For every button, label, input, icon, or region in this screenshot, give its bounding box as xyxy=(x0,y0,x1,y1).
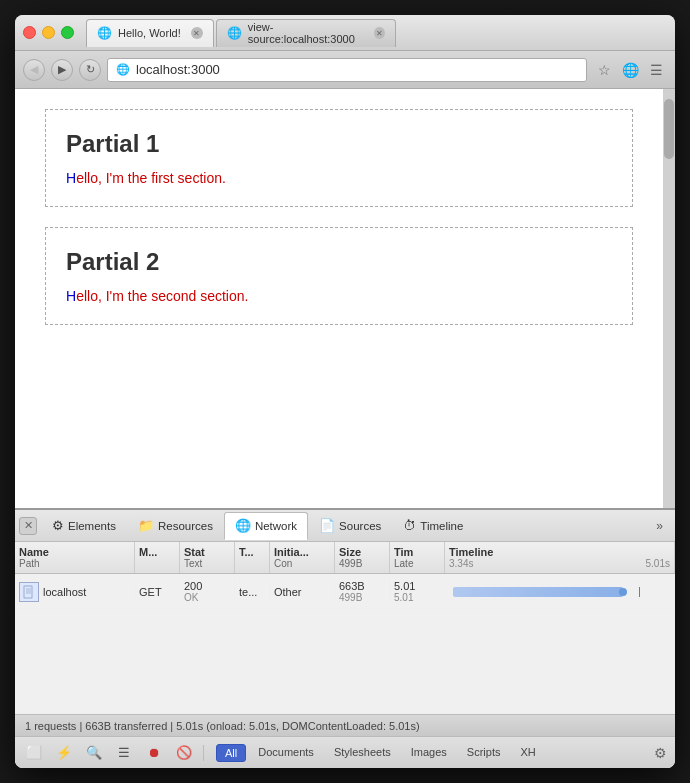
sources-icon: 📄 xyxy=(319,518,335,533)
network-icon: 🌐 xyxy=(235,518,251,533)
cell-initiator: Other xyxy=(270,584,335,600)
filter-stylesheets[interactable]: Stylesheets xyxy=(326,744,399,762)
partial-1-box: Partial 1 Hello, I'm the first section. xyxy=(45,109,633,207)
address-bar: ◀ ▶ ↻ 🌐 localhost:3000 ☆ 🌐 ☰ xyxy=(15,51,675,89)
toolbar-separator xyxy=(203,745,204,761)
partial-2-text: Hello, I'm the second section. xyxy=(66,288,612,304)
network-table: Name Path M... Stat Text T... Initia... … xyxy=(15,542,675,714)
devtools-close-button[interactable]: ✕ xyxy=(19,517,37,535)
devtools-tab-sources[interactable]: 📄 Sources xyxy=(308,512,392,540)
record-icon[interactable]: ⏺ xyxy=(143,742,165,764)
tab-icon-2: 🌐 xyxy=(227,26,242,40)
devtools: ✕ ⚙ Elements 📁 Resources 🌐 Network 📄 Sou… xyxy=(15,508,675,768)
maximize-button[interactable] xyxy=(61,26,74,39)
scroll-thumb[interactable] xyxy=(664,99,674,159)
devtools-tab-timeline[interactable]: ⏱ Timeline xyxy=(392,512,474,540)
address-text[interactable]: localhost:3000 xyxy=(136,62,578,77)
svg-rect-0 xyxy=(24,586,32,598)
timeline-bar xyxy=(453,587,623,597)
filter-xhr[interactable]: XH xyxy=(512,744,543,762)
col-method: M... xyxy=(135,542,180,573)
tab-title-2: view-source:localhost:3000 xyxy=(248,21,364,45)
close-button[interactable] xyxy=(23,26,36,39)
search-icon[interactable]: 🔍 xyxy=(83,742,105,764)
scroll-bar[interactable] xyxy=(663,89,675,508)
cell-method: GET xyxy=(135,584,180,600)
network-column-headers: Name Path M... Stat Text T... Initia... … xyxy=(15,542,675,574)
cell-type: te... xyxy=(235,584,270,600)
timeline-dot xyxy=(619,588,627,596)
traffic-lights xyxy=(23,26,74,39)
dock-icon[interactable]: ⬜ xyxy=(23,742,45,764)
col-name: Name Path xyxy=(15,542,135,573)
first-letter-2: H xyxy=(66,288,76,304)
partial-1-text: Hello, I'm the first section. xyxy=(66,170,612,186)
menu-icon[interactable]: ☰ xyxy=(645,59,667,81)
col-timeline: Timeline 3.34s 5.01s xyxy=(445,542,675,573)
devtools-tab-resources-label: Resources xyxy=(158,520,213,532)
devtools-tab-resources[interactable]: 📁 Resources xyxy=(127,512,224,540)
tab-hello-world[interactable]: 🌐 Hello, World! ✕ xyxy=(86,19,214,47)
reload-button[interactable]: ↻ xyxy=(79,59,101,81)
devtools-tab-sources-label: Sources xyxy=(339,520,381,532)
clear-icon[interactable]: 🚫 xyxy=(173,742,195,764)
col-initiator: Initia... Con xyxy=(270,542,335,573)
devtools-tabs: ✕ ⚙ Elements 📁 Resources 🌐 Network 📄 Sou… xyxy=(15,510,675,542)
filter-scripts[interactable]: Scripts xyxy=(459,744,509,762)
bookmark-icon[interactable]: ☆ xyxy=(593,59,615,81)
devtools-tab-timeline-label: Timeline xyxy=(420,520,463,532)
filter-buttons: All Documents Stylesheets Images Scripts… xyxy=(216,744,544,762)
resources-icon: 📁 xyxy=(138,518,154,533)
elements-icon: ⚙ xyxy=(52,518,64,533)
browser-window: 🌐 Hello, World! ✕ 🌐 view-source:localhos… xyxy=(15,15,675,768)
tab-title-1: Hello, World! xyxy=(118,27,181,39)
bottom-toolbar: ⬜ ⚡ 🔍 ☰ ⏺ 🚫 All Documents Stylesheets Im… xyxy=(15,736,675,768)
tab-close-2[interactable]: ✕ xyxy=(374,27,385,39)
filter-images[interactable]: Images xyxy=(403,744,455,762)
filter-all[interactable]: All xyxy=(216,744,246,762)
tab-close-1[interactable]: ✕ xyxy=(191,27,203,39)
page-content: Partial 1 Hello, I'm the first section. … xyxy=(15,89,675,508)
address-actions: ☆ 🌐 ☰ xyxy=(593,59,667,81)
devtools-tab-network[interactable]: 🌐 Network xyxy=(224,512,308,540)
cell-status: 200 OK xyxy=(180,578,235,605)
cell-size: 663B 499B xyxy=(335,578,390,605)
page-icon: 🌐 xyxy=(116,63,130,76)
minimize-button[interactable] xyxy=(42,26,55,39)
col-status: Stat Text xyxy=(180,542,235,573)
timeline-icon: ⏱ xyxy=(403,518,416,533)
page-scroll[interactable]: Partial 1 Hello, I'm the first section. … xyxy=(15,89,663,508)
col-type: T... xyxy=(235,542,270,573)
table-row[interactable]: localhost GET 200 OK te... Other 663B 49… xyxy=(15,574,675,610)
status-text: 1 requests | 663B transferred | 5.01s (o… xyxy=(25,720,420,732)
tab-view-source[interactable]: 🌐 view-source:localhost:3000 ✕ xyxy=(216,19,396,47)
list-icon[interactable]: ☰ xyxy=(113,742,135,764)
globe-icon[interactable]: 🌐 xyxy=(619,59,641,81)
tabs-area: 🌐 Hello, World! ✕ 🌐 view-source:localhos… xyxy=(86,19,667,47)
col-time: Tim Late xyxy=(390,542,445,573)
tab-icon-1: 🌐 xyxy=(97,26,112,40)
cell-time: 5.01 5.01 xyxy=(390,578,445,605)
devtools-tab-elements[interactable]: ⚙ Elements xyxy=(41,512,127,540)
first-letter-1: H xyxy=(66,170,76,186)
col-size: Size 499B xyxy=(335,542,390,573)
inspect-icon[interactable]: ⚡ xyxy=(53,742,75,764)
devtools-tab-elements-label: Elements xyxy=(68,520,116,532)
file-icon xyxy=(19,582,39,602)
partial-1-title: Partial 1 xyxy=(66,130,612,158)
partial-2-box: Partial 2 Hello, I'm the second section. xyxy=(45,227,633,325)
devtools-tab-network-label: Network xyxy=(255,520,297,532)
cell-timeline xyxy=(445,585,675,599)
filter-documents[interactable]: Documents xyxy=(250,744,322,762)
partial-2-title: Partial 2 xyxy=(66,248,612,276)
row-name: localhost xyxy=(43,586,86,598)
back-button[interactable]: ◀ xyxy=(23,59,45,81)
devtools-more-button[interactable]: » xyxy=(648,515,671,537)
timeline-vline xyxy=(639,587,640,597)
address-input-wrap: 🌐 localhost:3000 xyxy=(107,58,587,82)
devtools-status-bar: 1 requests | 663B transferred | 5.01s (o… xyxy=(15,714,675,736)
title-bar: 🌐 Hello, World! ✕ 🌐 view-source:localhos… xyxy=(15,15,675,51)
cell-name: localhost xyxy=(15,580,135,604)
settings-icon[interactable]: ⚙ xyxy=(654,745,667,761)
forward-button[interactable]: ▶ xyxy=(51,59,73,81)
